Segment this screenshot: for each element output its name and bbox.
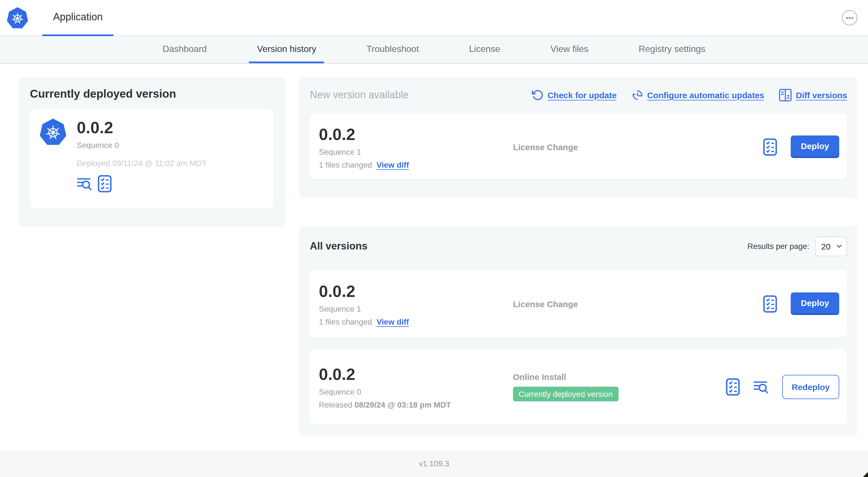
- tab-view-files[interactable]: View files: [542, 36, 596, 63]
- preflight-checklist-icon[interactable]: [763, 138, 777, 155]
- version-actions: Deploy: [763, 292, 847, 315]
- version-number: 0.0.2: [319, 281, 513, 301]
- version-actions: Deploy: [763, 136, 847, 158]
- deployed-timestamp: Deployed 09/11/24 @ 11:02 am MDT: [77, 159, 207, 168]
- current-version-card: 0.0.2 Sequence 0 Deployed 09/11/24 @ 11:…: [30, 109, 274, 208]
- all-versions-title: All versions: [310, 240, 367, 252]
- current-version-actions: [77, 175, 207, 192]
- app-footer: v1.109.3: [0, 450, 868, 477]
- app-kubernetes-icon: [39, 118, 67, 146]
- configure-automatic-updates-link[interactable]: Configure automatic updates: [631, 89, 764, 101]
- results-per-page-select[interactable]: 20: [815, 236, 847, 256]
- current-version-sequence: Sequence 0: [77, 141, 207, 150]
- admin-console-version: v1.109.3: [419, 459, 449, 468]
- version-row: 0.0.2 Sequence 0 Released 08/29/24 @ 03:…: [310, 349, 847, 424]
- currently-deployed-panel: Currently deployed version: [19, 77, 285, 226]
- all-versions-header: All versions Results per page: 20: [310, 235, 847, 258]
- results-per-page: Results per page: 20: [747, 236, 847, 256]
- clock-refresh-icon: [631, 89, 643, 101]
- preflight-checklist-icon[interactable]: [98, 175, 112, 192]
- preflight-checklist-icon[interactable]: [726, 378, 740, 395]
- current-version-info: 0.0.2 Sequence 0 Deployed 09/11/24 @ 11:…: [77, 118, 207, 199]
- app-window: Application Dashboard Version history Tr…: [0, 0, 868, 477]
- currently-deployed-badge: Currently deployed version: [513, 387, 618, 401]
- version-sequence: Sequence 0: [319, 387, 513, 396]
- ellipsis-icon: [846, 17, 853, 19]
- files-changed-line: 1 files changedView diff: [319, 160, 513, 169]
- version-source: License Change: [513, 299, 699, 308]
- new-version-title: New version available: [310, 89, 409, 101]
- released-timestamp: Released 08/29/24 @ 03:18 pm MDT: [319, 400, 513, 409]
- tab-license[interactable]: License: [461, 36, 508, 63]
- view-diff-link[interactable]: View diff: [376, 317, 409, 326]
- version-info: 0.0.2 Sequence 0 Released 08/29/24 @ 03:…: [319, 364, 513, 409]
- redeploy-button[interactable]: Redeploy: [782, 375, 839, 399]
- cursor-artifact: [863, 472, 868, 477]
- tab-dashboard[interactable]: Dashboard: [155, 36, 215, 63]
- version-source: License Change: [513, 142, 699, 152]
- overflow-menu-button[interactable]: [842, 10, 857, 25]
- results-per-page-label: Results per page:: [747, 242, 809, 251]
- new-version-panel: New version available Check for update: [299, 77, 858, 198]
- version-number: 0.0.2: [319, 124, 513, 144]
- new-version-header: New version available Check for update: [310, 86, 847, 103]
- new-version-card: 0.0.2 Sequence 1 1 files changedView dif…: [310, 114, 847, 180]
- kubernetes-logo-icon: [6, 6, 29, 29]
- version-row: 0.0.2 Sequence 1 1 files changedView dif…: [310, 270, 847, 337]
- app-title: Application: [53, 11, 103, 23]
- tab-troubleshoot[interactable]: Troubleshoot: [359, 36, 427, 63]
- chevron-down-icon: [836, 244, 842, 248]
- diff-icon: [779, 88, 792, 101]
- refresh-icon: [532, 89, 544, 101]
- version-source: Online Install Currently deployed versio…: [513, 372, 699, 401]
- version-sequence: Sequence 1: [319, 147, 513, 156]
- update-actions: Check for update Configure automatic upd…: [532, 88, 847, 101]
- version-info: 0.0.2 Sequence 1 1 files changedView dif…: [319, 124, 513, 169]
- deploy-button[interactable]: Deploy: [791, 292, 839, 315]
- top-header: Application: [0, 0, 868, 36]
- version-sequence: Sequence 1: [319, 304, 513, 313]
- version-number: 0.0.2: [319, 364, 513, 384]
- view-diff-link[interactable]: View diff: [376, 160, 409, 169]
- diff-versions-link[interactable]: Diff versions: [779, 88, 847, 101]
- view-logs-icon[interactable]: [77, 177, 92, 191]
- preflight-checklist-icon[interactable]: [763, 295, 777, 312]
- tab-registry-settings[interactable]: Registry settings: [631, 36, 713, 63]
- tab-version-history[interactable]: Version history: [249, 36, 324, 63]
- current-version-number: 0.0.2: [77, 118, 207, 137]
- app-title-tab[interactable]: Application: [42, 0, 114, 36]
- deploy-button[interactable]: Deploy: [791, 136, 839, 158]
- files-changed-line: 1 files changedView diff: [319, 317, 513, 326]
- check-for-update-link[interactable]: Check for update: [532, 89, 617, 101]
- view-logs-icon[interactable]: [753, 380, 769, 394]
- nav-tabs: Dashboard Version history Troubleshoot L…: [0, 36, 868, 64]
- version-actions: Redeploy: [726, 375, 847, 399]
- version-info: 0.0.2 Sequence 1 1 files changedView dif…: [319, 281, 513, 326]
- all-versions-panel: All versions Results per page: 20 0.0.2 …: [299, 226, 858, 435]
- currently-deployed-title: Currently deployed version: [30, 88, 274, 100]
